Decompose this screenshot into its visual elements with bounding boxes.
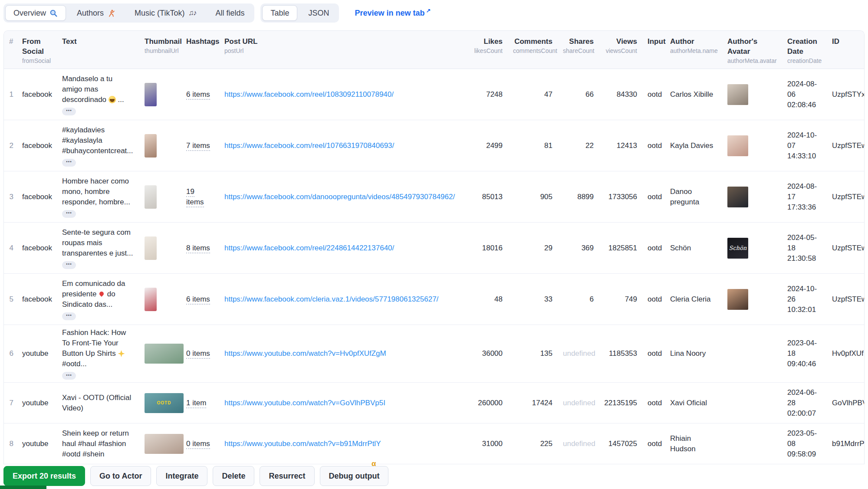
- hashtags-expand-link[interactable]: 6 items: [186, 90, 210, 100]
- tab-overview[interactable]: Overview: [5, 5, 66, 21]
- post-url-link[interactable]: https://www.facebook.com/danooopregunta/…: [224, 193, 455, 201]
- format-tab-group: Table JSON: [260, 3, 339, 23]
- post-url-link[interactable]: https://www.facebook.com/cleria.vaz.1/vi…: [224, 295, 438, 303]
- footer-button-label: Integrate: [165, 472, 198, 480]
- column-label: Post URL: [224, 36, 461, 46]
- cell-post-url: https://www.youtube.com/watch?v=GoVlhPBV…: [219, 395, 467, 411]
- thumbnail-image: [145, 83, 157, 106]
- column-label: From Social: [22, 36, 52, 56]
- post-text: Mandaselo a tu amigo mas descordinado ..…: [62, 74, 134, 105]
- expand-text-button[interactable]: •••: [62, 261, 76, 269]
- export-20-results-button[interactable]: Export 20 results: [3, 466, 85, 486]
- export-secondary-button-partial[interactable]: [0, 486, 46, 489]
- post-url-link[interactable]: https://www.youtube.com/watch?v=Hv0pfXUf…: [224, 349, 386, 358]
- tab-label: Authors: [77, 9, 104, 18]
- post-text: Fashion Hack: How To Front-Tie Your Butt…: [62, 328, 134, 369]
- column-label: ID: [832, 36, 865, 46]
- cell-thumbnail: [139, 431, 181, 456]
- post-url-link[interactable]: https://www.facebook.com/reel/1083092110…: [224, 90, 394, 98]
- cell-comments: 47: [508, 87, 558, 102]
- post-url-link[interactable]: https://www.facebook.com/reel/1076631970…: [224, 141, 394, 150]
- resurrect-button[interactable]: Resurrect: [260, 466, 314, 486]
- cell-from-social: youtube: [17, 346, 57, 361]
- table-row: 1 facebook Mandaselo a tu amigo mas desc…: [4, 69, 864, 120]
- column-header: From Social fromSocial: [17, 36, 57, 64]
- integrate-button[interactable]: Integrate: [156, 466, 207, 486]
- table-row: 6 youtube Fashion Hack: How To Front-Tie…: [4, 325, 864, 383]
- format-tab-table[interactable]: Table: [262, 5, 297, 21]
- cell-thumbnail: OOTD: [139, 391, 181, 416]
- expand-text-button[interactable]: •••: [62, 159, 76, 167]
- cell-from-social: facebook: [17, 292, 57, 307]
- hashtags-expand-link[interactable]: 6 items: [186, 295, 210, 305]
- cell-hashtags: 0 items: [181, 346, 219, 361]
- cell-text: Sente-te segura com roupas mais transpar…: [57, 225, 139, 272]
- cell-comments: 135: [508, 346, 558, 361]
- expand-text-button[interactable]: •••: [62, 210, 76, 218]
- cell-likes: 85013: [467, 189, 508, 205]
- go-to-actor-button[interactable]: Go to Actor: [90, 466, 151, 486]
- hashtags-expand-link[interactable]: 0 items: [186, 349, 210, 359]
- hashtags-expand-link[interactable]: 8 items: [186, 244, 210, 253]
- table-row: 7 youtube Xavi - OOTD (Official Video) •…: [4, 383, 864, 423]
- column-header: Likes likesCount: [467, 36, 508, 64]
- cell-views: 22135195: [599, 395, 642, 411]
- column-label: Author: [670, 36, 717, 46]
- column-field-key: viewsCount: [604, 47, 637, 54]
- cell-text: Mandaselo a tu amigo mas descordinado ..…: [57, 71, 139, 118]
- cell-views: 1825851: [599, 240, 642, 256]
- cell-hashtags: 7 items: [181, 138, 219, 154]
- cell-id: GoVlhPBV: [827, 395, 865, 411]
- post-url-link[interactable]: https://www.youtube.com/watch?v=GoVlhPBV…: [224, 399, 385, 407]
- debug-output-button[interactable]: Debug output α: [320, 466, 389, 486]
- row-number: 1: [4, 87, 17, 102]
- post-url-link[interactable]: https://www.facebook.com/reel/2248614422…: [224, 244, 394, 252]
- cell-from-social: facebook: [17, 240, 57, 256]
- hashtags-expand-link[interactable]: 0 items: [186, 440, 210, 449]
- column-field-key: commentsCount: [513, 47, 552, 54]
- tab-music-tiktok[interactable]: Music (TikTok) ♫♪: [126, 5, 204, 21]
- post-text: Em comunicado da presidente do Sindicato…: [62, 279, 134, 310]
- cell-thumbnail: [139, 341, 181, 366]
- column-field-key: creationDate: [787, 57, 822, 64]
- author-avatar-image: Schön: [727, 238, 748, 259]
- column-header: Thumbnail thumbnailUrl: [139, 36, 181, 64]
- cell-views: 1733056: [599, 189, 642, 205]
- table-row: 4 facebook Sente-te segura com roupas ma…: [4, 223, 864, 274]
- column-field-key: likesCount: [472, 47, 503, 54]
- cell-shares: 369: [558, 240, 599, 256]
- tab-authors[interactable]: Authors: [69, 5, 124, 21]
- author-avatar-image: [727, 289, 748, 310]
- cell-author: Danoo pregunta: [665, 184, 722, 210]
- format-tab-json[interactable]: JSON: [300, 5, 337, 21]
- music-notes-icon: ♫♪: [188, 9, 196, 17]
- delete-button[interactable]: Delete: [213, 466, 254, 486]
- cell-input: ootd: [642, 87, 665, 102]
- column-header: Text: [57, 36, 139, 64]
- footer-button-label: Delete: [222, 472, 245, 480]
- cell-creation-date: 2024-10-07 14:33:10: [782, 128, 827, 164]
- post-url-link[interactable]: https://www.youtube.com/watch?v=b91MdrrP…: [224, 440, 381, 448]
- expand-text-button[interactable]: •••: [62, 372, 76, 380]
- row-number: 2: [4, 138, 17, 154]
- column-header: Views viewsCount: [599, 36, 642, 64]
- column-label: Comments: [513, 36, 552, 46]
- cell-text: Fashion Hack: How To Front-Tie Your Butt…: [57, 325, 139, 382]
- hashtags-expand-link[interactable]: 7 items: [186, 141, 210, 151]
- tab-label: All fields: [215, 9, 244, 18]
- cell-hashtags: 8 items: [181, 240, 219, 256]
- tab-label: Overview: [13, 9, 46, 18]
- preview-in-new-tab-link[interactable]: Preview in new tab ↗: [355, 9, 431, 18]
- row-number: 5: [4, 292, 17, 307]
- tab-all-fields[interactable]: All fields: [207, 5, 253, 21]
- hashtags-expand-link[interactable]: 19 items: [186, 187, 204, 207]
- cell-shares: 6: [558, 292, 599, 307]
- cell-author-avatar: [722, 400, 782, 406]
- expand-text-button[interactable]: •••: [62, 108, 76, 115]
- expand-text-button[interactable]: •••: [62, 312, 76, 320]
- tab-label: Table: [270, 9, 289, 18]
- post-text: Xavi - OOTD (Official Video): [62, 393, 134, 414]
- cell-hashtags: 6 items: [181, 292, 219, 307]
- cell-views: 12413: [599, 138, 642, 154]
- hashtags-expand-link[interactable]: 1 item: [186, 399, 206, 408]
